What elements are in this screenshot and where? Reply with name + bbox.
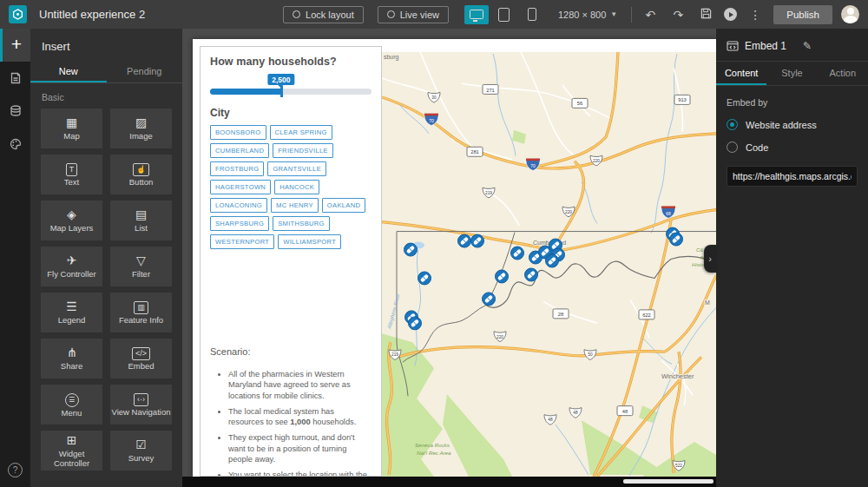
map-label: Seneca Rocks <box>415 442 450 448</box>
city-filter-mc-henry[interactable]: MC HENRY <box>271 198 319 213</box>
more-options-button[interactable]: ⋮ <box>746 5 765 24</box>
live-view-label: Live view <box>400 10 439 20</box>
phone-device-button[interactable] <box>520 5 544 24</box>
widget-card-feature-info[interactable]: ▥Feature Info <box>110 293 172 332</box>
pharmacy-pin-icon[interactable] <box>511 247 524 260</box>
experience-builder-window: Untitled experience 2 Lock layout Live v… <box>0 0 868 487</box>
widget-card-embed[interactable]: </>Embed <box>110 339 172 378</box>
city-filter-lonaconing[interactable]: LONACONING <box>210 198 267 213</box>
widget-card-map-layers[interactable]: ◈Map Layers <box>41 201 102 240</box>
city-filter-cumberland[interactable]: CUMBERLAND <box>210 143 269 158</box>
settings-body: Embed by Website address Code <box>716 86 868 198</box>
pharmacy-pin-icon[interactable] <box>496 270 509 283</box>
pharmacy-pin-icon[interactable] <box>471 234 484 247</box>
widget-card-menu[interactable]: ☰Menu <box>41 385 102 424</box>
widget-card-text[interactable]: TText <box>41 155 102 194</box>
user-avatar[interactable] <box>841 5 859 23</box>
preview-play-button[interactable] <box>724 8 737 21</box>
pharmacy-pin-icon[interactable] <box>404 243 418 256</box>
experience-page[interactable]: How many households? 2,500 City BOONSBOR… <box>193 39 716 477</box>
collapse-panel-handle[interactable]: › <box>704 245 716 273</box>
widget-card-survey[interactable]: ☑Survey <box>110 431 172 471</box>
widget-card-widget-controller[interactable]: ⊞Widget Controller <box>41 431 102 471</box>
widget-card-view-navigation[interactable]: ‹·›View Navigation <box>110 385 172 424</box>
theme-icon <box>9 137 23 151</box>
scrollbar-thumb[interactable] <box>623 479 713 484</box>
pharmacy-pin-icon[interactable] <box>546 254 559 267</box>
city-filter-oakland[interactable]: OAKLAND <box>322 198 365 213</box>
pharmacy-pin-icon[interactable] <box>525 268 538 281</box>
tablet-device-button[interactable] <box>492 5 516 24</box>
rail-item-insert[interactable]: + <box>0 29 30 62</box>
desktop-icon <box>470 10 483 19</box>
city-filter-smithsburg[interactable]: SMITHSBURG <box>273 216 330 231</box>
widget-card-share[interactable]: ⋔Share <box>41 339 102 378</box>
text-icon: T <box>66 163 78 176</box>
slider-track[interactable] <box>210 89 372 95</box>
undo-button[interactable]: ↶ <box>641 5 660 24</box>
live-view-button[interactable]: Live view <box>378 6 449 23</box>
embed-url-input[interactable] <box>727 166 858 187</box>
save-button[interactable] <box>696 5 715 24</box>
svg-text:56: 56 <box>577 101 582 106</box>
city-filter-williamsport[interactable]: WILLIAMSPORT <box>278 234 341 249</box>
fly-controller-icon: ✈ <box>67 253 77 268</box>
pharmacy-pin-icon[interactable] <box>418 272 431 285</box>
widget-card-image[interactable]: ▨Image <box>110 109 172 148</box>
svg-text:48: 48 <box>622 409 628 414</box>
city-filter-grantsville[interactable]: GRANTSVILLE <box>267 161 326 176</box>
city-filter-frostburg[interactable]: FROSTBURG <box>210 161 264 176</box>
rail-item-page[interactable] <box>0 62 30 95</box>
city-filter-hancock[interactable]: HANCOCK <box>274 180 319 194</box>
city-filter-clear-spring[interactable]: CLEAR SPRING <box>270 125 332 140</box>
help-button[interactable]: ? <box>0 457 30 482</box>
widget-card-label: View Navigation <box>112 408 171 417</box>
tab-content[interactable]: Content <box>716 62 766 85</box>
city-filter-sharpsburg[interactable]: SHARPSBURG <box>210 216 269 231</box>
canvas-horizontal-scrollbar[interactable] <box>182 477 716 487</box>
pharmacy-pin-icon[interactable] <box>409 317 422 330</box>
tab-style[interactable]: Style <box>766 62 817 85</box>
city-filter-boonsboro[interactable]: BOONSBORO <box>210 125 266 140</box>
image-icon: ▨ <box>135 115 147 130</box>
city-filter-friendsville[interactable]: FRIENDSVILLE <box>273 143 333 158</box>
design-canvas[interactable]: How many households? 2,500 City BOONSBOR… <box>182 29 716 487</box>
legend-icon: ☰ <box>66 299 77 314</box>
svg-text:913: 913 <box>678 97 687 102</box>
redo-button[interactable]: ↷ <box>668 5 687 24</box>
widget-card-label: Widget Controller <box>43 450 102 468</box>
rename-pencil-icon[interactable]: ✎ <box>803 40 812 52</box>
tab-action[interactable]: Action <box>818 62 868 85</box>
publish-button[interactable]: Publish <box>773 5 832 24</box>
widget-card-button[interactable]: ☝Button <box>110 155 172 194</box>
lock-layout-button[interactable]: Lock layout <box>283 6 364 23</box>
city-filter-westernport[interactable]: WESTERNPORT <box>210 234 274 249</box>
radio-website-address[interactable]: Website address <box>727 119 858 130</box>
desktop-device-button[interactable] <box>464 5 489 24</box>
settings-tabs: Content Style Action <box>716 62 868 86</box>
city-filter-hagerstown[interactable]: HAGERSTOWN <box>210 180 271 194</box>
widget-card-list[interactable]: ▤List <box>110 201 172 240</box>
widget-card-filter[interactable]: ▽Filter <box>110 247 172 286</box>
resolution-dropdown[interactable]: 1280 × 800 ▼ <box>558 10 617 20</box>
widget-card-legend[interactable]: ☰Legend <box>41 293 102 332</box>
rail-item-theme[interactable] <box>0 128 30 161</box>
embed-by-label: Embed by <box>727 97 858 108</box>
widget-card-fly-controller[interactable]: ✈Fly Controller <box>41 247 102 286</box>
widget-card-map[interactable]: ▦Map <box>41 109 102 148</box>
route-shield-28: 28 <box>553 309 569 319</box>
radio-code[interactable]: Code <box>727 141 858 153</box>
tab-new[interactable]: New <box>30 61 107 82</box>
pharmacy-pin-icon[interactable] <box>458 234 471 247</box>
insert-panel-title: Insert <box>30 29 182 61</box>
route-shield-622: 622 <box>639 310 654 319</box>
tab-pending[interactable]: Pending <box>107 61 183 82</box>
widget-card-label: Fly Controller <box>47 270 96 279</box>
pharmacy-pin-icon[interactable] <box>670 233 683 246</box>
rail-item-data[interactable] <box>0 95 30 128</box>
experience-title[interactable]: Untitled experience 2 <box>39 8 145 21</box>
pharmacy-pin-icon[interactable] <box>483 293 496 306</box>
app-logo-icon[interactable] <box>9 5 27 23</box>
slider-handle[interactable] <box>280 86 283 97</box>
map-widget[interactable]: 3027170281219705691322022068220286222195… <box>382 52 716 477</box>
